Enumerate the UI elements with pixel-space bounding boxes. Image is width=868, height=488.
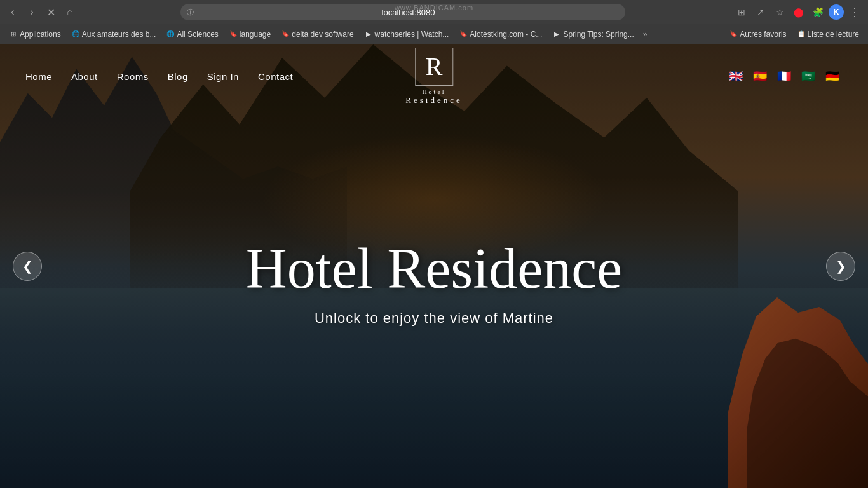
flag-ar[interactable]: 🇸🇦 — [798, 69, 818, 83]
nav-signin[interactable]: Sign In — [207, 71, 239, 82]
bookmark-liste-label: Liste de lecture — [808, 30, 859, 39]
nav-about[interactable]: About — [71, 71, 98, 82]
carousel-next-button[interactable]: ❯ — [826, 252, 855, 281]
nav-links-container: Home About Rooms Blog Sign In Contact — [25, 71, 293, 82]
profile-button[interactable]: K — [829, 4, 844, 20]
bookmark-language[interactable]: 🔖 language — [225, 29, 275, 40]
apps-favicon: ⊞ — [9, 30, 18, 39]
watchseries-favicon: ▶ — [364, 30, 373, 39]
hero-subtitle: Unlock to enjoy the view of Martine — [87, 310, 782, 327]
url-input[interactable] — [198, 8, 619, 17]
bookmark-aiotestking-label: Aiotestking.com - C... — [470, 30, 542, 39]
bookmark-apps-label: Applications — [20, 30, 61, 39]
hero-content: Hotel Residence Unlock to enjoy the view… — [87, 240, 782, 327]
liste-favicon: 📋 — [797, 30, 806, 39]
bookmark-aiotestking[interactable]: 🔖 Aiotestking.com - C... — [455, 29, 546, 40]
bookmark-aux[interactable]: 🌐 Aux amateurs des b... — [67, 29, 160, 40]
nav-home[interactable]: Home — [25, 71, 52, 82]
flag-de[interactable]: 🇩🇪 — [822, 69, 843, 83]
logo-residence-text: Residence — [405, 95, 462, 105]
delta-favicon: 🔖 — [281, 30, 290, 39]
back-button[interactable]: ‹ — [5, 4, 20, 20]
sciences-favicon: 🌐 — [166, 30, 175, 39]
bookmark-apps[interactable]: ⊞ Applications — [5, 29, 65, 40]
logo-hotel-text: Hotel — [405, 88, 462, 95]
bookmark-spring[interactable]: ▶ Spring Tips: Spring... — [548, 29, 637, 40]
bookmark-button[interactable]: ☆ — [771, 4, 788, 20]
reload-button[interactable]: ✕ — [43, 4, 58, 20]
nav-blog[interactable]: Blog — [168, 71, 188, 82]
address-bar: ⓘ — [180, 4, 625, 20]
bookmark-sciences-label: All Sciences — [177, 30, 218, 39]
bookmarks-bar: ⊞ Applications 🌐 Aux amateurs des b... 🌐… — [0, 24, 868, 44]
bookmark-delta-label: delta dev software — [292, 30, 353, 39]
flag-es[interactable]: 🇪🇸 — [750, 69, 770, 83]
lock-icon: ⓘ — [187, 8, 194, 17]
translate-button[interactable]: ⊞ — [733, 4, 750, 20]
carousel-prev-button[interactable]: ❮ — [13, 252, 42, 281]
bookmarks-more-button[interactable]: » — [641, 29, 650, 40]
forward-button[interactable]: › — [24, 4, 39, 20]
flag-en[interactable]: 🇬🇧 — [726, 69, 746, 83]
bookmark-autres[interactable]: 🔖 Autres favoris — [725, 29, 790, 40]
aux-favicon: 🌐 — [71, 30, 80, 39]
language-flags: 🇬🇧 🇪🇸 🇫🇷 🇸🇦 🇩🇪 — [726, 69, 843, 83]
nav-rooms[interactable]: Rooms — [117, 71, 149, 82]
bookmark-spring-label: Spring Tips: Spring... — [563, 30, 634, 39]
autres-favicon: 🔖 — [729, 30, 738, 39]
bookmark-watchseries-label: watchseries | Watch... — [375, 30, 449, 39]
logo-letter: R — [415, 48, 453, 86]
bookmark-language-label: language — [240, 30, 271, 39]
bookmark-autres-label: Autres favoris — [740, 30, 786, 39]
home-button[interactable]: ⌂ — [62, 4, 78, 20]
navigation-bar: Home About Rooms Blog Sign In Contact R … — [0, 44, 868, 108]
spring-favicon: ▶ — [552, 30, 561, 39]
extensions-button[interactable]: 🧩 — [810, 4, 826, 20]
menu-button[interactable]: ⋮ — [846, 4, 863, 20]
language-favicon: 🔖 — [229, 30, 238, 39]
hotel-logo: R Hotel Residence — [405, 48, 462, 105]
bookmark-watchseries[interactable]: ▶ watchseries | Watch... — [360, 29, 453, 40]
website-content: Home About Rooms Blog Sign In Contact R … — [0, 44, 868, 488]
bookmark-aux-label: Aux amateurs des b... — [82, 30, 156, 39]
bookmark-delta[interactable]: 🔖 delta dev software — [277, 29, 357, 40]
hero-title: Hotel Residence — [87, 240, 782, 297]
opera-button[interactable]: ⬤ — [790, 4, 807, 20]
bookmark-liste[interactable]: 📋 Liste de lecture — [793, 29, 863, 40]
nav-contact[interactable]: Contact — [258, 71, 293, 82]
share-button[interactable]: ↗ — [752, 4, 769, 20]
flag-fr[interactable]: 🇫🇷 — [774, 69, 794, 83]
bookmark-sciences[interactable]: 🌐 All Sciences — [162, 29, 222, 40]
aiotestking-favicon: 🔖 — [459, 30, 468, 39]
